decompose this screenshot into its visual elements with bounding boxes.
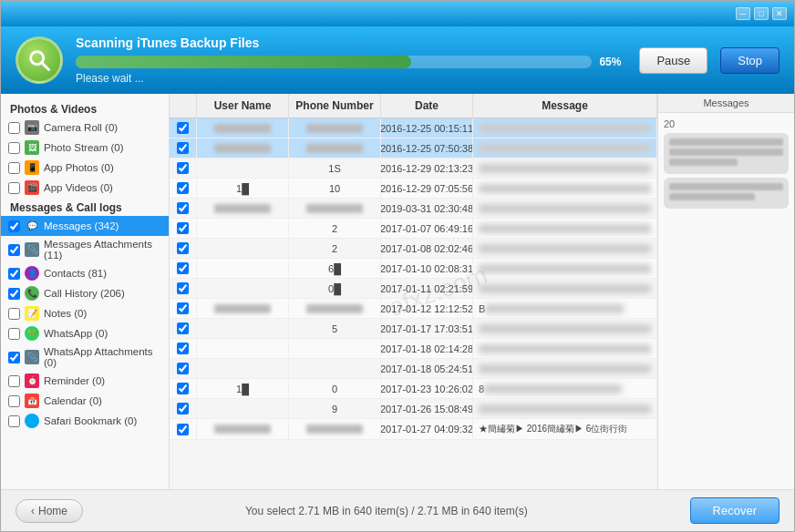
row-check[interactable]: [170, 239, 197, 258]
row-check[interactable]: [170, 219, 197, 238]
row-check[interactable]: [170, 159, 197, 178]
sidebar-item-safari[interactable]: 🌐 Safari Bookmark (0): [1, 411, 169, 431]
photo-stream-checkbox[interactable]: [8, 142, 20, 154]
camera-roll-checkbox[interactable]: [8, 122, 20, 134]
row-check[interactable]: [170, 179, 197, 198]
messages-att-icon: 📎: [25, 242, 39, 257]
row-check[interactable]: [170, 199, 197, 218]
row-phone: 10: [289, 179, 381, 198]
row-message: [473, 399, 657, 418]
row-username: [197, 359, 289, 378]
sidebar-item-calendar[interactable]: 📅 Calendar (0): [1, 391, 169, 411]
sidebar-item-app-photos[interactable]: 📱 App Photos (0): [1, 158, 169, 178]
sidebar-item-whatsapp[interactable]: 💚 WhatsApp (0): [1, 323, 169, 343]
sidebar-item-photo-stream[interactable]: 🖼 Photo Stream (0): [1, 138, 169, 158]
svg-line-1: [43, 64, 49, 70]
progress-percent: 65%: [599, 56, 626, 68]
contacts-icon: 👤: [25, 266, 39, 281]
table-row[interactable]: 0█ 2017-01-11 02:21:59: [170, 279, 657, 299]
row-message: [473, 219, 657, 238]
table-row[interactable]: 2 2017-01-08 02:02:46: [170, 239, 657, 259]
app-videos-label: App Videos (0): [44, 182, 113, 193]
table-row[interactable]: 2017-01-18 05:24:51: [170, 359, 657, 379]
sidebar-item-app-videos[interactable]: 🎬 App Videos (0): [1, 178, 169, 198]
row-check[interactable]: [170, 279, 197, 298]
sidebar-item-notes[interactable]: 📝 Notes (0): [1, 303, 169, 323]
home-button[interactable]: ‹ Home: [15, 499, 83, 523]
recover-button[interactable]: Recover: [690, 497, 780, 524]
row-check[interactable]: [170, 399, 197, 418]
row-date: 2016-12-25 07:50:38: [381, 138, 473, 158]
msg-blur-line: [669, 159, 738, 166]
row-date: 2017-01-11 02:21:59: [381, 279, 473, 298]
calendar-checkbox[interactable]: [8, 395, 20, 407]
sidebar-item-call-history[interactable]: 📞 Call History (206): [1, 283, 169, 303]
stop-button[interactable]: Stop: [720, 47, 780, 74]
messages-att-checkbox[interactable]: [8, 244, 20, 256]
table-row[interactable]: 6█ 2017-01-10 02:08:31: [170, 259, 657, 279]
sidebar: Photos & Videos 📷 Camera Roll (0) 🖼 Phot…: [1, 94, 170, 489]
app-videos-icon: 🎬: [25, 180, 39, 195]
table-row[interactable]: 1S 2016-12-29 02:13:23: [170, 159, 657, 179]
messages-checkbox[interactable]: [8, 220, 20, 232]
row-check[interactable]: [170, 118, 197, 138]
row-check[interactable]: [170, 379, 197, 398]
sidebar-item-reminder[interactable]: ⏰ Reminder (0): [1, 371, 169, 391]
table-row[interactable]: 5 2017-01-17 17:03:51: [170, 319, 657, 339]
calendar-icon: 📅: [25, 394, 39, 408]
row-date: 2017-01-18 02:14:28: [381, 339, 473, 358]
row-phone: [289, 299, 381, 318]
sidebar-item-messages-attachments[interactable]: 📎 Messages Attachments (11): [1, 236, 169, 263]
table-row[interactable]: 9 2017-01-26 15:08:49: [170, 399, 657, 419]
sidebar-item-messages[interactable]: 💬 Messages (342): [1, 216, 169, 236]
col-username: User Name: [197, 94, 289, 118]
row-phone: 2: [289, 219, 381, 238]
sidebar-item-camera-roll[interactable]: 📷 Camera Roll (0): [1, 118, 169, 138]
whatsapp-att-checkbox[interactable]: [8, 352, 20, 363]
row-check[interactable]: [170, 359, 197, 378]
call-history-checkbox[interactable]: [8, 288, 20, 300]
row-phone: 0█: [289, 279, 381, 298]
safari-checkbox[interactable]: [8, 415, 20, 427]
row-phone: 6█: [289, 259, 381, 278]
reminder-checkbox[interactable]: [8, 375, 20, 387]
row-check[interactable]: [170, 319, 197, 338]
row-username: 1█: [197, 179, 289, 198]
col-check: [170, 94, 197, 118]
row-check[interactable]: [170, 339, 197, 358]
table-row[interactable]: 2019-03-31 02:30:48: [170, 199, 657, 219]
row-username: [197, 299, 289, 318]
photo-stream-icon: 🖼: [25, 140, 39, 155]
scan-info: Scanning iTunes Backup Files 65% Please …: [76, 36, 626, 85]
minimize-button[interactable]: ─: [736, 7, 750, 20]
progress-bar-background: [76, 56, 592, 68]
table-row[interactable]: 2016-12-25 00:15:11: [170, 118, 657, 138]
table-row[interactable]: 2016-12-25 07:50:38: [170, 138, 657, 159]
whatsapp-checkbox[interactable]: [8, 328, 20, 340]
app-videos-checkbox[interactable]: [8, 182, 20, 194]
close-button[interactable]: ✕: [772, 7, 787, 20]
row-message: [473, 138, 657, 158]
table-row[interactable]: 2 2017-01-07 06:49:16: [170, 219, 657, 239]
row-username: [197, 159, 289, 178]
table-row[interactable]: 2017-01-12 12:12:52 B: [170, 299, 657, 319]
row-phone: 1S: [289, 159, 381, 178]
maximize-button[interactable]: □: [754, 7, 769, 20]
notes-checkbox[interactable]: [8, 308, 20, 320]
table-row[interactable]: 1█ 10 2016-12-29 07:05:56: [170, 179, 657, 199]
row-check[interactable]: [170, 419, 197, 439]
row-check[interactable]: [170, 299, 197, 318]
row-check[interactable]: [170, 138, 197, 158]
table-row[interactable]: 1█ 0 2017-01-23 10:26:02 8: [170, 379, 657, 399]
contacts-checkbox[interactable]: [8, 268, 20, 280]
sidebar-item-whatsapp-att[interactable]: 📎 WhatsApp Attachments (0): [1, 343, 169, 371]
safari-label: Safari Bookmark (0): [44, 415, 137, 426]
sidebar-item-contacts[interactable]: 👤 Contacts (81): [1, 263, 169, 283]
pause-button[interactable]: Pause: [639, 47, 707, 74]
table-row[interactable]: 2017-01-18 02:14:28: [170, 339, 657, 359]
app-photos-checkbox[interactable]: [8, 162, 20, 174]
reminder-label: Reminder (0): [44, 375, 105, 386]
row-check[interactable]: [170, 259, 197, 278]
table-row[interactable]: 2017-01-27 04:09:32 ★簡繡菊▶ 2016簡繡菊▶ 6位街行街: [170, 419, 657, 440]
msg-blur-line: [669, 138, 783, 146]
